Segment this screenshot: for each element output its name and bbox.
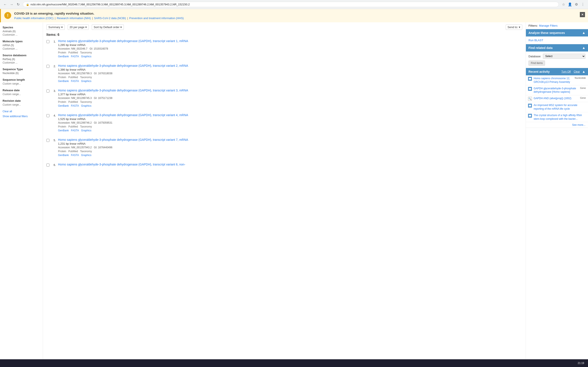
result-pubmed-4[interactable]: PubMed xyxy=(68,125,78,128)
clear-activity-button[interactable]: Clear xyxy=(573,70,581,74)
covid-link-nih[interactable]: Research information (NIH) xyxy=(57,17,91,20)
analyze-header[interactable]: Analyze these sequences ▲ xyxy=(526,29,588,36)
reload-button[interactable]: ↻ xyxy=(16,2,21,7)
result-title-3[interactable]: Homo sapiens glyceraldehyde-3-phosphate … xyxy=(58,89,188,92)
database-select[interactable]: Select xyxy=(543,54,585,59)
result-protein-1[interactable]: Protein xyxy=(58,51,66,54)
activity-doc-icon-4 xyxy=(528,104,532,108)
release-custom[interactable]: Custom range... xyxy=(3,93,40,96)
send-to-chevron-icon: ▾ xyxy=(519,25,520,29)
recent-collapse-icon[interactable]: ▲ xyxy=(582,70,585,74)
activity-link-4[interactable]: An improved MS2 system for accurate repo… xyxy=(534,104,577,110)
result-taxonomy-2[interactable]: Taxonomy xyxy=(80,76,92,79)
manage-filters-link[interactable]: Manage Filters xyxy=(539,24,557,27)
result-checkbox-4[interactable] xyxy=(46,114,49,117)
find-related-title: Find related data xyxy=(528,46,553,50)
result-taxonomy-1[interactable]: Taxonomy xyxy=(80,51,92,54)
result-title-2[interactable]: Homo sapiens glyceraldehyde-3-phosphate … xyxy=(58,64,188,67)
find-related-collapse-icon[interactable]: ▲ xyxy=(582,46,585,50)
result-graphics-2[interactable]: Graphics xyxy=(81,80,91,83)
covid-close-button[interactable]: ✕ xyxy=(580,12,585,17)
molecule-customize[interactable]: Customize ... xyxy=(3,47,40,50)
result-checkbox-5[interactable] xyxy=(46,139,49,142)
forward-button[interactable]: → xyxy=(9,2,14,7)
result-protein-3[interactable]: Protein xyxy=(58,100,66,103)
revision-custom[interactable]: Custom range... xyxy=(3,103,40,106)
result-graphics-4[interactable]: Graphics xyxy=(81,129,91,132)
summary-dropdown[interactable]: Summary ▾ xyxy=(46,25,65,30)
result-fasta-4[interactable]: FASTA xyxy=(71,129,79,132)
run-blast-link[interactable]: Run BLAST xyxy=(528,39,543,42)
result-protein-5[interactable]: Protein xyxy=(58,150,66,153)
back-button[interactable]: ← xyxy=(3,2,8,7)
result-protein-4[interactable]: Protein xyxy=(58,125,66,128)
result-protein-2[interactable]: Protein xyxy=(58,76,66,79)
menu-icon[interactable]: ⋮ xyxy=(580,2,585,7)
activity-link-5[interactable]: The crystal structure of a high affinity… xyxy=(534,114,582,120)
profile-icon[interactable]: 👤 xyxy=(567,2,572,7)
clear-all-link[interactable]: Clear all xyxy=(3,110,12,113)
result-genbank-3[interactable]: GenBank xyxy=(58,104,69,107)
result-format-links-4: GenBank FASTA Graphics xyxy=(58,129,522,132)
seq-length-section: Sequence length Custom range... xyxy=(3,78,40,85)
result-pubmed-2[interactable]: PubMed xyxy=(68,76,78,79)
result-checkbox-2[interactable] xyxy=(46,65,49,68)
activity-link-1[interactable]: Homo sapiens chromosome 12, GRCh38.p13 P… xyxy=(534,77,570,83)
analyze-section: Analyze these sequences ▲ Run BLAST xyxy=(526,29,588,44)
find-related-header[interactable]: Find related data ▲ xyxy=(526,44,588,51)
result-taxonomy-4[interactable]: Taxonomy xyxy=(80,125,92,128)
sort-dropdown[interactable]: Sort by Default order ▾ xyxy=(92,25,124,30)
result-genbank-2[interactable]: GenBank xyxy=(58,80,69,83)
result-graphics-1[interactable]: Graphics xyxy=(81,55,91,58)
show-filters-link[interactable]: Show additional filters xyxy=(3,115,28,118)
activity-doc-icon-2 xyxy=(528,87,532,91)
extensions-icon[interactable]: ⚙ xyxy=(574,2,579,7)
result-pubmed-3[interactable]: PubMed xyxy=(68,100,78,103)
result-pubmed-5[interactable]: PubMed xyxy=(68,150,78,153)
result-checkbox-3[interactable] xyxy=(46,90,49,92)
analyze-collapse-icon[interactable]: ▲ xyxy=(582,31,585,35)
result-fasta-3[interactable]: FASTA xyxy=(71,104,79,107)
turn-off-button[interactable]: Turn Off xyxy=(561,70,571,74)
result-checkbox-6[interactable] xyxy=(46,164,49,167)
result-fasta-5[interactable]: FASTA xyxy=(71,154,79,157)
activity-link-3[interactable]: GAPDH AND (alive[prop]) (1652) xyxy=(534,97,571,100)
result-checkbox-1[interactable] xyxy=(46,40,49,43)
result-pubmed-1[interactable]: PubMed xyxy=(68,51,78,54)
source-customize[interactable]: Customize ... xyxy=(3,61,40,64)
result-taxonomy-3[interactable]: Taxonomy xyxy=(80,100,92,103)
result-title-1[interactable]: Homo sapiens glyceraldehyde-3-phosphate … xyxy=(58,39,188,43)
result-genbank-5[interactable]: GenBank xyxy=(58,154,69,157)
send-to-dropdown[interactable]: Send to: ▾ xyxy=(506,25,522,30)
result-graphics-3[interactable]: Graphics xyxy=(81,104,91,107)
covid-link-ncbi[interactable]: SARS-CoV-2 data (NCBI) xyxy=(94,17,126,20)
result-item-3: 3. Homo sapiens glyceraldehyde-3-phospha… xyxy=(46,89,522,108)
species-customize[interactable]: Customize ... xyxy=(3,33,40,36)
result-title-6[interactable]: Homo sapiens glyceraldehyde-3-phosphate … xyxy=(58,163,185,166)
result-genbank-1[interactable]: GenBank xyxy=(58,55,69,58)
covid-link-cdc[interactable]: Public health information (CDC) xyxy=(14,17,53,20)
result-genbank-4[interactable]: GenBank xyxy=(58,129,69,132)
result-links-5: Protein PubMed Taxonomy xyxy=(58,150,522,153)
activity-link-2[interactable]: GAPDH glyceraldehyde-3-phosphate dehydro… xyxy=(534,87,576,94)
result-fasta-2[interactable]: FASTA xyxy=(71,80,79,83)
address-bar[interactable]: 🔒 ncbi.nlm.nih.gov/nuccore/NM_002046.7,N… xyxy=(23,2,559,7)
seq-length-custom[interactable]: Custom range... xyxy=(3,82,40,85)
result-fasta-1[interactable]: FASTA xyxy=(71,55,79,58)
summary-label: Summary xyxy=(48,25,61,29)
result-body-2: Homo sapiens glyceraldehyde-3-phosphate … xyxy=(58,64,522,83)
result-title-5[interactable]: Homo sapiens glyceraldehyde-3-phosphate … xyxy=(58,138,188,142)
find-items-button[interactable]: Find items xyxy=(528,60,545,66)
per-page-dropdown[interactable]: 20 per page ▾ xyxy=(68,25,89,30)
revision-title: Revision date xyxy=(3,99,40,102)
bookmark-icon[interactable]: ☆ xyxy=(561,2,566,7)
recent-activity-section: Recent activity Turn Off Clear ▲ Homo sa… xyxy=(526,68,588,128)
see-more-link[interactable]: See more... xyxy=(572,123,585,126)
species-title: Species xyxy=(3,26,40,29)
result-title-4[interactable]: Homo sapiens glyceraldehyde-3-phosphate … xyxy=(58,113,188,117)
covid-warning-icon: ! xyxy=(4,12,11,19)
result-taxonomy-5[interactable]: Taxonomy xyxy=(80,150,92,153)
release-title: Release date xyxy=(3,89,40,92)
result-graphics-5[interactable]: Graphics xyxy=(81,154,91,157)
covid-link-hhs[interactable]: Prevention and treatment information (HH… xyxy=(129,17,184,20)
